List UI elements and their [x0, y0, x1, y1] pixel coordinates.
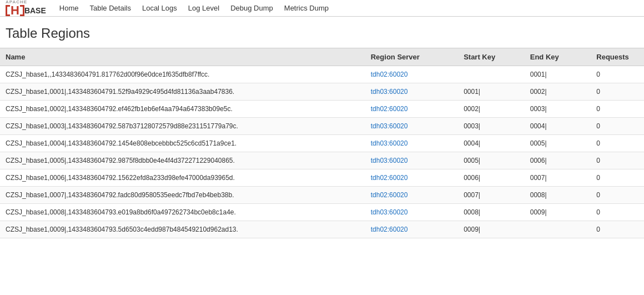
- nav-link-home[interactable]: Home: [59, 4, 79, 12]
- navbar: APACHE H BASE HomeTable DetailsLocal Log…: [0, 0, 644, 17]
- server-link[interactable]: tdh02:60020: [371, 105, 408, 113]
- server-link[interactable]: tdh02:60020: [371, 174, 408, 182]
- cell-name: CZSJ_hbase1,0009|,1433483604793.5d6503c4…: [0, 221, 365, 238]
- table-row: CZSJ_hbase1,0006|,1433483604792.15622efd…: [0, 169, 644, 187]
- table-header: Name Region Server Start Key End Key Req…: [0, 48, 644, 66]
- cell-endkey: 0005|: [525, 135, 591, 152]
- nav-link-metrics-dump[interactable]: Metrics Dump: [284, 4, 329, 12]
- col-header-server: Region Server: [365, 48, 458, 66]
- cell-requests: 0: [591, 187, 644, 204]
- cell-name: CZSJ_hbase1,0004|,1433483604792.1454e808…: [0, 135, 365, 152]
- col-header-requests: Requests: [591, 48, 644, 66]
- cell-startkey: 0002|: [458, 101, 525, 118]
- cell-name: CZSJ_hbase1,0008|,1433483604793.e019a8bd…: [0, 204, 365, 221]
- col-header-name: Name: [0, 48, 365, 66]
- cell-startkey: 0009|: [458, 221, 525, 238]
- cell-endkey: 0009|: [525, 204, 591, 221]
- server-link[interactable]: tdh02:60020: [371, 191, 408, 199]
- nav-link-debug-dump[interactable]: Debug Dump: [230, 4, 273, 12]
- col-header-startkey: Start Key: [458, 48, 525, 66]
- regions-table: Name Region Server Start Key End Key Req…: [0, 48, 644, 238]
- table-body: CZSJ_hbase1,,1433483604791.817762d00f96e…: [0, 66, 644, 238]
- page-title: Table Regions: [6, 26, 638, 41]
- cell-requests: 0: [591, 66, 644, 83]
- cell-name: CZSJ_hbase1,0002|,1433483604792.ef462fb1…: [0, 101, 365, 118]
- nav-item: Home: [59, 4, 79, 12]
- header-row: Name Region Server Start Key End Key Req…: [0, 48, 644, 66]
- cell-endkey: 0004|: [525, 118, 591, 135]
- cell-requests: 0: [591, 118, 644, 135]
- cell-name: CZSJ_hbase1,0003|,1433483604792.587b3712…: [0, 118, 365, 135]
- table-row: CZSJ_hbase1,0007|,1433483604792.fadc80d9…: [0, 187, 644, 204]
- cell-name: CZSJ_hbase1,,1433483604791.817762d00f96e…: [0, 66, 365, 83]
- table-row: CZSJ_hbase1,0004|,1433483604792.1454e808…: [0, 135, 644, 152]
- table-row: CZSJ_hbase1,,1433483604791.817762d00f96e…: [0, 66, 644, 83]
- table-row: CZSJ_hbase1,0001|,1433483604791.52f9a492…: [0, 83, 644, 101]
- cell-requests: 0: [591, 169, 644, 187]
- cell-requests: 0: [591, 101, 644, 118]
- cell-startkey: 0008|: [458, 204, 525, 221]
- server-link[interactable]: tdh03:60020: [371, 157, 408, 164]
- table-row: CZSJ_hbase1,0003|,1433483604792.587b3712…: [0, 118, 644, 135]
- cell-requests: 0: [591, 204, 644, 221]
- cell-requests: 0: [591, 83, 644, 101]
- cell-name: CZSJ_hbase1,0007|,1433483604792.fadc80d9…: [0, 187, 365, 204]
- cell-endkey: 0002|: [525, 83, 591, 101]
- logo-bracket-left: [6, 5, 10, 16]
- logo-base-text: BASE: [24, 7, 46, 14]
- cell-endkey: 0001|: [525, 66, 591, 83]
- cell-endkey: 0008|: [525, 187, 591, 204]
- cell-server[interactable]: tdh02:60020: [365, 66, 458, 83]
- cell-name: CZSJ_hbase1,0001|,1433483604791.52f9a492…: [0, 83, 365, 101]
- cell-server[interactable]: tdh02:60020: [365, 187, 458, 204]
- server-link[interactable]: tdh02:60020: [371, 226, 408, 233]
- server-link[interactable]: tdh03:60020: [371, 122, 408, 130]
- nav-item: Log Level: [188, 4, 219, 12]
- col-header-endkey: End Key: [525, 48, 591, 66]
- cell-server[interactable]: tdh03:60020: [365, 118, 458, 135]
- cell-name: CZSJ_hbase1,0006|,1433483604792.15622efd…: [0, 169, 365, 187]
- hbase-logo: H BASE: [6, 4, 46, 17]
- nav-link-log-level[interactable]: Log Level: [188, 4, 219, 12]
- server-link[interactable]: tdh02:60020: [371, 71, 408, 78]
- cell-requests: 0: [591, 152, 644, 169]
- cell-server[interactable]: tdh03:60020: [365, 135, 458, 152]
- table-row: CZSJ_hbase1,0005|,1433483604792.9875f8db…: [0, 152, 644, 169]
- cell-startkey: 0005|: [458, 152, 525, 169]
- cell-startkey: [458, 66, 525, 83]
- server-link[interactable]: tdh03:60020: [371, 208, 408, 216]
- table-row: CZSJ_hbase1,0008|,1433483604793.e019a8bd…: [0, 204, 644, 221]
- logo-bracket-right: [20, 5, 24, 16]
- table-row: CZSJ_hbase1,0002|,1433483604792.ef462fb1…: [0, 101, 644, 118]
- nav-links: HomeTable DetailsLocal LogsLog LevelDebu…: [59, 4, 329, 12]
- cell-startkey: 0007|: [458, 187, 525, 204]
- nav-item: Metrics Dump: [284, 4, 329, 12]
- cell-server[interactable]: tdh03:60020: [365, 152, 458, 169]
- table-row: CZSJ_hbase1,0009|,1433483604793.5d6503c4…: [0, 221, 644, 238]
- logo-h: H: [11, 4, 19, 17]
- cell-name: CZSJ_hbase1,0005|,1433483604792.9875f8db…: [0, 152, 365, 169]
- cell-endkey: 0003|: [525, 101, 591, 118]
- nav-item: Debug Dump: [230, 4, 273, 12]
- cell-server[interactable]: tdh02:60020: [365, 221, 458, 238]
- server-link[interactable]: tdh03:60020: [371, 88, 408, 96]
- cell-endkey: 0006|: [525, 152, 591, 169]
- cell-endkey: 0007|: [525, 169, 591, 187]
- logo: APACHE H BASE: [6, 0, 48, 17]
- nav-link-table-details[interactable]: Table Details: [89, 4, 130, 12]
- cell-startkey: 0003|: [458, 118, 525, 135]
- cell-server[interactable]: tdh02:60020: [365, 101, 458, 118]
- nav-item: Local Logs: [142, 4, 177, 12]
- cell-startkey: 0001|: [458, 83, 525, 101]
- cell-endkey: [525, 221, 591, 238]
- nav-link-local-logs[interactable]: Local Logs: [142, 4, 177, 12]
- nav-item: Table Details: [89, 4, 130, 12]
- cell-startkey: 0006|: [458, 169, 525, 187]
- cell-server[interactable]: tdh03:60020: [365, 204, 458, 221]
- cell-server[interactable]: tdh03:60020: [365, 83, 458, 101]
- cell-requests: 0: [591, 221, 644, 238]
- cell-server[interactable]: tdh02:60020: [365, 169, 458, 187]
- cell-startkey: 0004|: [458, 135, 525, 152]
- cell-requests: 0: [591, 135, 644, 152]
- server-link[interactable]: tdh03:60020: [371, 139, 408, 147]
